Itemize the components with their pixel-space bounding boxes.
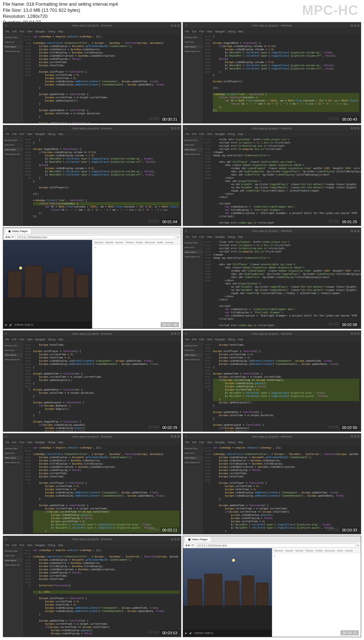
minimize-icon[interactable] [351,230,353,232]
devtools-tab[interactable]: Network [106,241,113,243]
menu-item[interactable]: Debug [228,441,235,444]
close-icon[interactable] [357,332,359,335]
menu-item[interactable]: Navigate [35,133,45,135]
sidebar-file-item[interactable]: Working Files [4,35,23,40]
menu-item[interactable]: Edit [192,236,196,238]
menu-item[interactable]: Edit [192,441,196,444]
sidebar-file-item[interactable]: index.html [4,451,23,456]
devtools-tab[interactable]: Sources [295,550,303,552]
menu-item[interactable]: Help [58,544,63,546]
maximize-icon[interactable] [354,332,356,335]
close-icon[interactable] [177,127,180,129]
menu-item[interactable]: Edit [192,133,196,135]
code-area[interactable]: var videoApp = angular.module('videoApp'… [32,547,181,637]
url-field[interactable]: 127.0.0.1:52516/index.html [195,544,356,547]
menu-item[interactable]: View [27,544,32,546]
code-area[interactable]: var videoApp = angular.module('videoApp'… [32,34,181,123]
menu-item[interactable]: Edit [12,133,16,135]
sidebar-file-item[interactable]: video-player.css [184,255,203,259]
menu-item[interactable]: Navigate [215,30,225,33]
menu-item[interactable]: View [27,441,32,444]
code-area[interactable]: } } $scope.toggleMute = function() { if(… [32,137,181,226]
sidebar-file-item[interactable]: video-app.js [4,558,23,563]
menu-item[interactable]: Find [19,544,24,546]
sidebar-file-item[interactable]: video-app.js [4,456,23,460]
close-icon[interactable] [357,25,359,27]
devtools-tab[interactable]: Profiles [136,241,143,243]
menu-item[interactable]: Debug [48,133,55,135]
menu-icon[interactable]: ≡ [357,544,359,547]
sidebar-file-item[interactable]: index.html [4,348,23,353]
maximize-icon[interactable] [174,435,176,437]
devtools-tab[interactable]: Audits [157,241,163,243]
menu-item[interactable]: View [27,338,32,341]
sidebar-file-item[interactable]: Working Files [184,138,203,143]
console-prompt[interactable]: > [274,555,275,557]
minimize-icon[interactable] [171,25,173,27]
devtools-tab[interactable]: Elements [274,550,283,552]
sidebar-file-item[interactable]: Working Files [184,343,203,348]
maximize-icon[interactable] [174,25,176,27]
menu-item[interactable]: File [185,441,189,444]
devtools-tab[interactable]: Console [165,241,173,243]
console-prompt[interactable]: > [94,246,95,249]
sidebar-file-item[interactable]: Working Files [184,446,203,451]
menu-item[interactable]: Debug [48,30,55,33]
sidebar-file-item[interactable]: video-player.css [4,49,23,54]
sidebar-file-item[interactable]: video-player.css [4,563,23,567]
code-area[interactable]: <link rel='stylesheet' href='video-playe… [212,239,361,329]
sidebar-file-item[interactable]: video-player.css [4,152,23,157]
browser-tab[interactable]: ▣ Video Player [5,229,31,234]
maximize-icon[interactable] [174,538,176,540]
menu-item[interactable]: Find [199,338,204,341]
menu-item[interactable]: Help [238,338,243,341]
sidebar-file-item[interactable]: video-player.css [184,152,203,157]
menu-item[interactable]: File [5,133,9,135]
menu-item[interactable]: Help [58,30,63,33]
menu-item[interactable]: Help [238,133,243,135]
menu-item[interactable]: Find [199,441,204,444]
back-icon[interactable]: ◀ [5,236,7,238]
reload-icon[interactable]: ⟳ [12,236,14,238]
menu-item[interactable]: Debug [48,544,55,546]
menu-item[interactable]: File [185,338,189,341]
menu-item[interactable]: Help [58,338,63,341]
code-area[interactable]: var videoApp = angular.module('videoApp'… [32,445,181,534]
menu-item[interactable]: Navigate [35,30,45,33]
forward-icon[interactable]: ▶ [188,544,190,547]
devtools-tab[interactable]: Console [345,550,353,552]
menu-item[interactable]: Edit [12,544,16,546]
menu-item[interactable]: Find [199,30,204,33]
sidebar-file-item[interactable]: video-app.js [4,353,23,357]
sidebar-file-item[interactable]: video-player.css [184,49,203,54]
close-icon[interactable] [177,435,180,437]
devtools-tab[interactable]: Timeline [305,550,313,552]
close-icon[interactable] [177,332,180,335]
menu-item[interactable]: Navigate [215,338,225,341]
menu-item[interactable]: Debug [228,338,235,341]
menu-item[interactable]: Edit [192,30,196,33]
menu-item[interactable]: Edit [12,441,16,444]
code-area[interactable]: var videoApp = angular.module('videoApp'… [212,445,361,534]
sidebar-file-item[interactable]: video-app.js [184,353,203,357]
maximize-icon[interactable] [174,332,176,335]
menu-item[interactable]: Help [58,133,63,135]
menu-item[interactable]: Navigate [215,441,225,444]
mute-icon[interactable]: 🔊 [9,324,12,326]
minimize-icon[interactable] [351,25,353,27]
sidebar-file-item[interactable]: index.html [184,348,203,353]
minimize-icon[interactable] [351,332,353,335]
menu-item[interactable]: File [5,544,9,546]
sidebar-file-item[interactable]: Working Files [4,343,23,348]
minimize-icon[interactable] [171,538,173,540]
menu-item[interactable]: File [185,133,189,135]
menu-item[interactable]: Find [19,133,24,135]
devtools-tab[interactable]: Sources [116,241,123,243]
close-icon[interactable] [357,230,359,232]
mute-icon[interactable]: 🔊 [189,632,192,635]
reload-icon[interactable]: ⟳ [192,544,194,547]
minimize-icon[interactable] [351,127,353,129]
close-icon[interactable] [357,127,359,129]
minimize-icon[interactable] [171,127,173,129]
maximize-icon[interactable] [174,127,176,129]
